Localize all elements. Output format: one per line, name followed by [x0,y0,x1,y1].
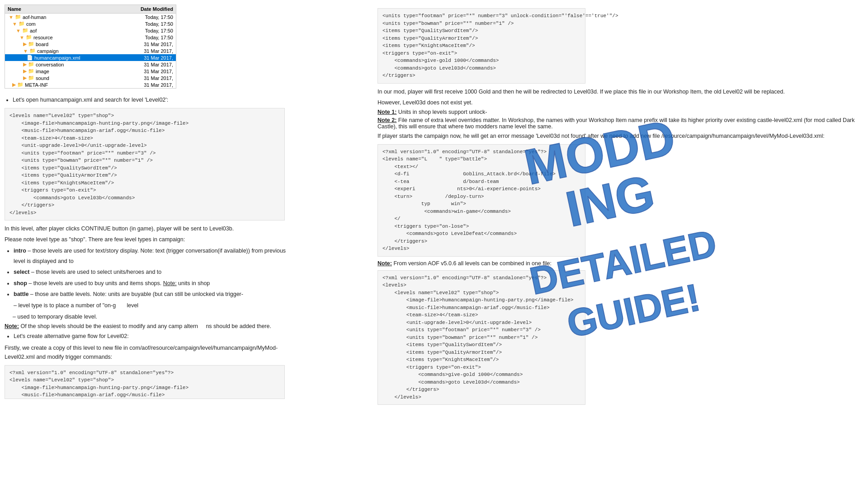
bullet-extra: – used to temporary disable level. [13,312,293,321]
file-row-conversation[interactable]: ▶ 📁 conversation 31 Mar 2017, [5,61,176,68]
section1-intro: Let's open humancampaign.xml and search … [5,95,285,104]
folder-icon: 📁 [17,82,24,88]
file-name: campaign [37,48,59,54]
folder-expand-icon: ▼ [19,35,24,40]
file-name: image [36,69,49,74]
col-date-header: Date Modified [119,6,173,12]
file-name: board [36,42,48,47]
file-row-image[interactable]: ▶ 📁 image 31 Mar 2017, [5,68,176,75]
file-date: Today, 17:50 [119,14,173,20]
folder-expand-icon: ▶ [23,61,27,67]
file-date: 31 Mar 2017, [119,55,173,61]
code-block-right-top: <units type="footman" price="*" number="… [377,8,585,84]
note1: Note 1: Units in shop levels support unl… [377,109,861,115]
file-date: 31 Mar 2017, [119,69,173,74]
folder-icon: 📁 [28,41,34,47]
file-date: Today, 17:50 [119,21,173,27]
code-block-right-bottom: <?xml version="1.0" encoding="UTF-8" sta… [377,270,585,405]
file-date: 31 Mar 2017, [119,62,173,67]
right-panel: <units type="footman" price="*" number="… [371,0,868,488]
left-panel: Name Date Modified ▼ 📁 aof-human Today, … [0,0,371,488]
file-date: 31 Mar 2017, [119,42,173,47]
code-block-right-mid: <?xml version="1.0" encoding="UTF-8" sta… [377,144,585,257]
file-browser-header: Name Date Modified [5,5,176,14]
col-name-header: Name [8,6,119,12]
note-shop: Note: Of the shop levels should be the e… [5,323,285,329]
note2: Note 2: File name of extra level overrid… [377,117,861,130]
right-para1: In our mod, player will first receive 10… [377,87,861,96]
file-name: aof-human [23,14,47,20]
file-name: humancampaign.xml [34,55,80,61]
folder-icon: 📁 [15,14,21,20]
file-name: resource [33,35,53,40]
folder-icon: 📁 [29,48,36,54]
folder-expand-icon: ▶ [23,75,27,81]
folder-icon: 📁 [28,61,34,67]
file-row-campaign[interactable]: ▼ 📁 campaign 31 Mar 2017, [5,47,176,54]
file-icon: 📄 [27,55,33,61]
file-date: 31 Mar 2017, [119,48,173,54]
file-row-sound[interactable]: ▶ 📁 sound 31 Mar 2017, [5,75,176,81]
file-row-com[interactable]: ▼ 📁 com Today, 17:50 [5,20,176,27]
code-block-2: <?xml version="1.0" encoding="UTF-8" sta… [5,365,285,399]
folder-icon: 📁 [28,75,34,81]
folder-expand-icon: ▼ [16,28,21,33]
create-alt-bullet: Let's create alternative game flow for L… [14,331,371,342]
file-row-metainf[interactable]: ▶ 📁 META-INF 31 Mar 2017, [5,81,176,88]
file-name: conversation [36,62,64,67]
file-row-humancampaign[interactable]: 📄 humancampaign.xml 31 Mar 2017, [5,54,176,61]
right-para3: If player starts the campaign now, he wi… [377,131,861,141]
file-name: META-INF [25,82,48,88]
file-name: sound [36,75,49,81]
file-date: Today, 17:50 [119,35,173,40]
file-row-board[interactable]: ▶ 📁 board 31 Mar 2017, [5,41,176,47]
file-row-aof-human[interactable]: ▼ 📁 aof-human Today, 17:50 [5,14,176,20]
folder-expand-icon: ▶ [23,41,27,47]
folder-expand-icon: ▼ [12,21,17,27]
para2: Please note level type as "shop". There … [5,235,285,244]
code-block-1: <levels name="Level02" type="shop"> <ima… [5,108,285,221]
para-copy: Firstly, we create a copy of this level … [5,343,285,361]
folder-icon: 📁 [28,68,34,74]
level-types-list: intro – those levels are used for text/s… [14,246,294,310]
folder-icon: 📁 [19,21,25,27]
file-name: com [26,21,36,27]
folder-icon: 📁 [22,28,28,33]
folder-expand-icon: ▼ [9,14,14,20]
file-name: aof [30,28,37,33]
file-row-resource[interactable]: ▼ 📁 resource Today, 17:50 [5,34,176,41]
right-para2: However, Level03d does not exist yet. [377,98,861,107]
note3: Note: From version AOF v5.0.6 all levels… [377,260,861,267]
folder-icon: 📁 [26,34,32,40]
file-date: 31 Mar 2017, [119,82,173,88]
folder-expand-icon: ▶ [23,68,27,74]
file-date: 31 Mar 2017, [119,75,173,81]
file-browser: Name Date Modified ▼ 📁 aof-human Today, … [5,5,176,89]
para1: In this level, after player clicks CONTI… [5,224,285,233]
file-row-aof[interactable]: ▼ 📁 aof Today, 17:50 [5,27,176,34]
file-date: Today, 17:50 [119,28,173,33]
folder-expand-icon: ▶ [12,82,16,88]
folder-expand-icon: ▼ [23,48,28,54]
